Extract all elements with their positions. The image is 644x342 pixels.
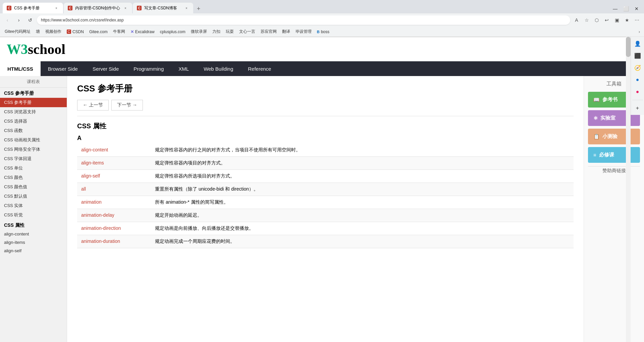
table-row: align-self 规定弹性容器内所选项目的对齐方式。 [77, 170, 574, 183]
bookmark-bishe[interactable]: 毕设管理 [293, 28, 314, 35]
tab-csdn-content[interactable]: C 内容管理-CSDN创作中心 × [64, 3, 132, 13]
minimize-button[interactable]: — [610, 4, 620, 13]
bookmark-nowcoder[interactable]: 牛客网 [111, 28, 127, 35]
css-property-link[interactable]: animation-duration [81, 238, 120, 244]
bookmark-cplusplus[interactable]: cplusplus.com [158, 29, 187, 35]
bookmark-star-icon[interactable]: ☆ [582, 16, 591, 24]
profile-icon[interactable]: ↩ [602, 16, 611, 24]
translate-icon[interactable]: A [572, 16, 581, 24]
book-icon: 📖 [593, 97, 600, 103]
sidebar-item-animation-props[interactable]: CSS 动画相关属性 [0, 135, 67, 145]
bookmark-wenxin[interactable]: 文心一言 [237, 28, 257, 35]
bookmark-excalidraw[interactable]: ✕Excalidraw [128, 29, 157, 35]
css-property-link[interactable]: align-self [81, 173, 100, 179]
nav-browser-side[interactable]: Browser Side [41, 61, 85, 76]
css-property-link[interactable]: animation-direction [81, 225, 121, 231]
sidebar-item-entities[interactable]: CSS 实体 [0, 201, 67, 210]
css-property-link[interactable]: animation-delay [81, 212, 114, 218]
content-area: CSS 参考手册 ← 上一节 下一节 → CSS 属性 A align-cont… [67, 76, 584, 342]
nav-reference[interactable]: Reference [240, 61, 278, 76]
bookmark-csdn[interactable]: CCSDN [65, 29, 86, 35]
tab-csdn-write[interactable]: C 写文章-CSDN博客 × [133, 3, 193, 13]
tab-title-3: 写文章-CSDN博客 [144, 5, 181, 11]
address-input[interactable] [37, 15, 570, 25]
close-browser-button[interactable]: ✕ [632, 4, 641, 13]
sidebar-item-selectors[interactable]: CSS 选择器 [0, 117, 67, 126]
bookmark-boss[interactable]: Bboss [315, 29, 331, 35]
bookmarks-more-button[interactable]: › [637, 29, 641, 35]
sidebar-item-color-values[interactable]: CSS 颜色值 [0, 182, 67, 192]
css-property-link[interactable]: align-content [81, 147, 108, 152]
maximize-button[interactable]: ⬜ [621, 4, 631, 13]
chrome-outlook-icon[interactable]: ⬛ [632, 50, 643, 61]
divider [632, 100, 643, 100]
sidebar-item-units[interactable]: CSS 单位 [0, 163, 67, 173]
css-property-desc: 规定动画完成一个周期应花费的时间。 [151, 235, 574, 248]
bookmark-gitee[interactable]: Gitee.com [87, 29, 110, 35]
bookmark-translate[interactable]: 翻译 [280, 28, 292, 35]
next-button[interactable]: 下一节 → [111, 100, 143, 111]
tab-title-1: CSS 参考手册 [14, 5, 51, 11]
sidebar-section-title: 课程表 [0, 76, 67, 88]
scrollbar-thumb[interactable] [626, 37, 631, 57]
sidebar-item-align-content[interactable]: align-content [0, 230, 67, 238]
back-button[interactable]: ‹ [3, 15, 12, 25]
quiz-button[interactable]: 📋 小测验 [588, 129, 640, 144]
chrome-profile-icon[interactable]: 👤 [632, 38, 643, 49]
bookmark-suying[interactable]: 苏应官网 [259, 28, 279, 35]
tab-close-3[interactable]: × [184, 5, 189, 11]
sidebar-icon[interactable]: ▣ [612, 16, 621, 24]
prev-button[interactable]: ← 上一节 [77, 100, 109, 111]
sidebar-item-functions[interactable]: CSS 函数 [0, 126, 67, 135]
reload-button[interactable]: ↺ [25, 15, 35, 25]
tab-close-2[interactable]: × [123, 5, 128, 11]
nav-xml[interactable]: XML [171, 61, 196, 76]
nav-label-reference: Reference [248, 66, 271, 72]
chrome-right-icons: 👤 ⬛ 🧭 ● ● + [631, 37, 644, 115]
sidebar-item-font-fallback[interactable]: CSS 字体回退 [0, 154, 67, 163]
extensions-icon[interactable]: ⬡ [592, 16, 601, 24]
address-icons: A ☆ ⬡ ↩ ▣ ★ ⋯ [572, 16, 641, 24]
bookmark-gitee-code[interactable]: Gitee代码网址 [3, 28, 33, 35]
sidebar-item-align-items[interactable]: align-items [0, 238, 67, 247]
scrollbar-track[interactable] [626, 37, 631, 342]
more-menu-icon[interactable]: ⋯ [633, 16, 641, 24]
css-property-link[interactable]: align-items [81, 160, 104, 165]
tab-css-ref[interactable]: C CSS 参考手册 × [3, 3, 63, 13]
sidebar-item-colors[interactable]: CSS 颜色 [0, 173, 67, 182]
chrome-add-icon[interactable]: + [632, 103, 643, 114]
logo-w3: W3 [7, 42, 28, 57]
required-course-button[interactable]: ≡ 必修课 [588, 147, 640, 163]
bookmark-video[interactable]: 视频创作 [43, 28, 63, 35]
tab-close-1[interactable]: × [54, 5, 59, 11]
w3school-logo[interactable]: W3school [7, 41, 637, 57]
forward-button[interactable]: › [14, 15, 23, 25]
sidebar-item-css-ref[interactable]: CSS 参考手册 [0, 98, 67, 107]
sidebar-item-aural[interactable]: CSS 听觉 [0, 210, 67, 220]
bookmarks-icon[interactable]: ★ [623, 16, 631, 24]
bookmark-fun[interactable]: 玩耍 [224, 28, 236, 35]
css-properties-table: align-content 规定弹性容器内的行之间的对齐方式，当项目不使用所有可… [77, 144, 574, 248]
sidebar-item-align-self[interactable]: align-self [0, 247, 67, 255]
bookmark-screen[interactable]: 微软录屏 [189, 28, 209, 35]
css-property-link-cell: align-items [77, 157, 151, 170]
chrome-extension-icon[interactable]: ● [632, 86, 643, 97]
css-property-link[interactable]: all [81, 186, 86, 192]
bookmark-tang[interactable]: 塘 [34, 28, 42, 35]
sidebar-item-browser-support[interactable]: CSS 浏览器支持 [0, 107, 67, 117]
x-icon: ✕ [130, 29, 134, 34]
table-row: animation 所有 animation-* 属性的简写属性。 [77, 196, 574, 209]
chrome-compass-icon[interactable]: 🧭 [632, 62, 643, 73]
new-tab-button[interactable]: + [194, 4, 203, 13]
address-bar-row: ‹ › ↺ A ☆ ⬡ ↩ ▣ ★ ⋯ [0, 13, 644, 27]
css-property-link[interactable]: animation [81, 199, 102, 205]
bookmark-leetcode[interactable]: 力扣 [210, 28, 222, 35]
nav-web-building[interactable]: Web Building [196, 61, 240, 76]
sidebar-item-web-safe-fonts[interactable]: CSS 网络安全字体 [0, 145, 67, 154]
chrome-blue-icon[interactable]: ● [632, 74, 643, 85]
sidebar-item-defaults[interactable]: CSS 默认值 [0, 192, 67, 201]
nav-programming[interactable]: Programming [126, 61, 171, 76]
nav-server-side[interactable]: Server Side [85, 61, 126, 76]
sidebar: 课程表 CSS 参考手册 CSS 参考手册 CSS 浏览器支持 CSS 选择器 … [0, 76, 67, 342]
nav-html-css[interactable]: HTML/CSS [0, 61, 41, 76]
